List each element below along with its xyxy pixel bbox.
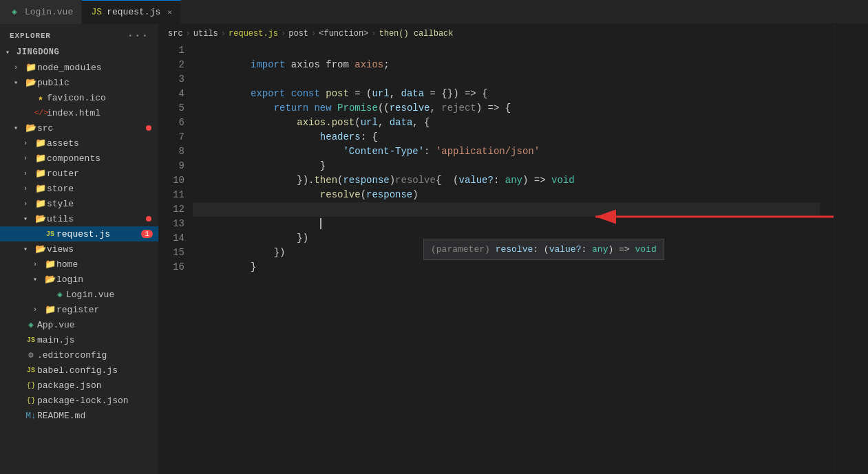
- folder-icon: 📁: [34, 198, 47, 209]
- chevron-register: [33, 306, 44, 314]
- nm-label: node_modules: [37, 63, 158, 73]
- chevron-router: [23, 170, 34, 177]
- sidebar-item-favicon[interactable]: ★ favicon.ico: [0, 90, 158, 105]
- code-editor[interactable]: 1234 5678 9101112 13141516 import axios …: [158, 43, 834, 474]
- chevron-root: [6, 48, 17, 56]
- code-lines: import axios from axios; export const po…: [193, 43, 834, 474]
- request-js-badge: 1: [141, 230, 153, 238]
- utils-label: utils: [47, 214, 146, 224]
- chevron-views: [23, 245, 34, 253]
- sidebar-item-public[interactable]: 📂 public: [0, 75, 158, 90]
- sidebar-item-utils[interactable]: 📂 utils: [0, 211, 158, 226]
- sidebar-item-readme[interactable]: M↓ README.md: [0, 408, 158, 423]
- sidebar-item-package-lock[interactable]: {} package-lock.json: [0, 393, 158, 408]
- login-label: login: [56, 274, 158, 285]
- config-icon: ⚙: [25, 349, 37, 360]
- chevron-home: [33, 261, 44, 268]
- vue-icon: ◈: [25, 319, 37, 330]
- code-line-7: 'Content-Type': 'application/json': [193, 130, 820, 144]
- folder-icon: 📂: [25, 122, 37, 133]
- vue-icon: ◈: [8, 6, 21, 17]
- folder-icon: 📁: [34, 168, 47, 179]
- js-icon: JS: [90, 7, 103, 17]
- request-js-label: request.js: [56, 229, 141, 239]
- babel-config-label: babel.config.js: [37, 365, 158, 376]
- breadcrumb: src › utils › request.js › post › <funct…: [158, 24, 834, 43]
- assets-label: assets: [47, 138, 158, 149]
- tab-request-js[interactable]: JS request.js ✕: [82, 0, 181, 24]
- tab-label-request: request.js: [107, 7, 160, 17]
- js-icon: JS: [25, 336, 37, 344]
- views-label: views: [47, 244, 158, 255]
- readme-label: README.md: [37, 411, 158, 421]
- bc-post: post: [288, 29, 308, 39]
- chevron-nm: [14, 64, 25, 72]
- sidebar-item-package-json[interactable]: {} package.json: [0, 378, 158, 393]
- sidebar-item-assets[interactable]: 📁 assets: [0, 136, 158, 151]
- sidebar-item-views[interactable]: 📂 views: [0, 241, 158, 257]
- explorer-title: EXPLORER: [10, 32, 51, 40]
- sidebar-item-app-vue[interactable]: ◈ App.vue: [0, 317, 158, 332]
- code-line-8: }: [193, 144, 820, 159]
- sidebar-item-store[interactable]: 📁 store: [0, 181, 158, 196]
- code-line-16: [193, 260, 820, 274]
- sidebar-item-router[interactable]: 📁 router: [0, 166, 158, 181]
- sidebar-item-babel-config[interactable]: JS babel.config.js: [0, 363, 158, 378]
- sidebar-item-login-vue[interactable]: ◈ Login.vue: [0, 287, 158, 302]
- code-line-4: return new Promise((resolve, reject) => …: [193, 87, 820, 101]
- index-html-label: index.html: [47, 108, 158, 118]
- folder-icon: 📁: [34, 138, 47, 149]
- sidebar-item-login[interactable]: 📂 login: [0, 272, 158, 287]
- sidebar-item-src[interactable]: 📂 src: [0, 120, 158, 136]
- code-line-5: axios.post(url, data, {: [193, 101, 820, 116]
- sidebar-item-style[interactable]: 📁 style: [0, 196, 158, 211]
- editorconfig-label: .editorconfig: [37, 350, 158, 360]
- folder-icon: 📂: [25, 77, 37, 88]
- html-icon: </>: [34, 109, 47, 117]
- sidebar-item-home[interactable]: 📁 home: [0, 257, 158, 272]
- line-numbers: 1234 5678 9101112 13141516: [158, 43, 193, 474]
- sidebar-item-main-js[interactable]: JS main.js: [0, 332, 158, 347]
- sidebar-item-components[interactable]: 📁 components: [0, 151, 158, 166]
- bc-then-callback: then() callback: [379, 29, 453, 39]
- chevron-login: [33, 275, 44, 283]
- sidebar-item-index-html[interactable]: </> index.html: [0, 105, 158, 120]
- bc-utils: utils: [193, 29, 218, 39]
- bc-function: <function>: [319, 29, 368, 39]
- main-js-label: main.js: [37, 335, 158, 345]
- chevron-public: [14, 78, 25, 87]
- chevron-utils: [23, 215, 34, 223]
- minimap: [834, 24, 868, 474]
- sidebar-item-request-js[interactable]: JS request.js 1: [0, 226, 158, 241]
- code-line-9: }).then(response)resolve{ (value?: any) …: [193, 159, 820, 173]
- code-line-1: import axios from axios;: [193, 43, 820, 58]
- autocomplete-popup: (parameter) resolve: (value?: any) => vo…: [423, 239, 664, 260]
- root-label: JINGDONG: [17, 47, 59, 57]
- chevron-components: [23, 155, 34, 162]
- login-vue-label: Login.vue: [66, 290, 158, 300]
- sidebar: EXPLORER ··· JINGDONG 📁 node_modules 📂 p…: [0, 24, 158, 474]
- chevron-store: [23, 185, 34, 193]
- tab-label-login: Login.vue: [25, 7, 73, 17]
- folder-icon: 📂: [34, 244, 47, 255]
- src-label: src: [37, 123, 146, 133]
- sidebar-item-editorconfig[interactable]: ⚙ .editorconfig: [0, 347, 158, 363]
- folder-icon: 📁: [25, 62, 37, 73]
- sidebar-item-node-modules[interactable]: 📁 node_modules: [0, 60, 158, 75]
- folder-icon: 📁: [34, 183, 47, 194]
- code-line-3: export const post = (url, data = {}) => …: [193, 72, 820, 87]
- tab-close-button[interactable]: ✕: [167, 8, 172, 17]
- sidebar-item-register[interactable]: 📁 register: [0, 302, 158, 317]
- main-layout: EXPLORER ··· JINGDONG 📁 node_modules 📂 p…: [0, 24, 868, 474]
- tab-login-vue[interactable]: ◈ Login.vue: [0, 0, 82, 24]
- md-icon: M↓: [25, 411, 37, 421]
- folder-icon: 📁: [34, 153, 47, 164]
- more-options-icon[interactable]: ···: [127, 30, 149, 42]
- editor-area: src › utils › request.js › post › <funct…: [158, 24, 834, 474]
- bc-request-js: request.js: [229, 29, 278, 39]
- tab-bar: ◈ Login.vue JS request.js ✕: [0, 0, 868, 24]
- sidebar-root[interactable]: JINGDONG: [0, 45, 158, 60]
- chevron-assets: [23, 140, 34, 147]
- app-vue-label: App.vue: [37, 320, 158, 330]
- package-json-label: package.json: [37, 380, 158, 391]
